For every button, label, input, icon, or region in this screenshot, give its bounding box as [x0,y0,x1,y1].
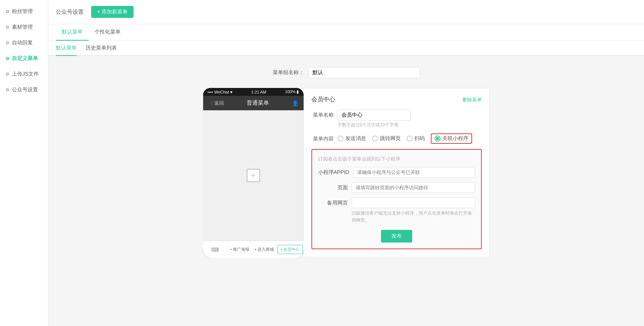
main-content: 公众号设置 + 添加新菜单 默认菜单 个性化菜单 默认菜单 历史菜单列表 菜单组… [48,0,644,326]
phone-mockup: •••• WeChat ♥ 1:21 AM 100% ▮ 〈 返回 普通菜单 👤… [203,88,304,258]
sidebar-item-upload-js[interactable]: 上传JS文件 [0,66,48,82]
dot-icon [6,26,9,29]
sidebar: 粉丝管理 素材管理 自动回复 自定义菜单 上传JS文件 公众号设置 [0,0,48,326]
phone-nav-title: 普通菜单 [247,99,269,107]
phone-menu-member-label: • 会员中心 [281,247,299,251]
radio-circle-scan [407,136,413,142]
phone-menu-shop-label: • 进入商城 [255,247,274,251]
phone-menu-keyboard[interactable]: ⌨ [203,245,228,254]
topbar: 公众号设置 + 添加新菜单 [48,0,644,24]
sidebar-item-material[interactable]: 素材管理 [0,19,48,35]
right-panel-header: 会员中心 删除菜单 [311,96,482,104]
status-bar-right: 100% ▮ [285,89,299,94]
right-panel: 会员中心 删除菜单 菜单名称 字数不超过5个汉字或10个字母 菜单内容 [304,88,490,257]
tab-default-menu[interactable]: 默认菜单 [56,24,89,41]
sidebar-item-account-settings[interactable]: 公众号设置 [0,82,48,98]
phone-nav-back: 〈 返回 [208,100,224,107]
status-bar-left: •••• WeChat ♥ [208,90,233,94]
radio-circle-jump [372,136,378,142]
radio-send-message[interactable]: 发送消息 [337,135,366,142]
sub-tab-history[interactable]: 历史菜单列表 [86,41,117,56]
radio-link-miniapp[interactable]: 关联小程序 [431,133,472,144]
backup-hint: 旧版微信客户端无法支持小程序，用户点击菜单时将会打开备用网页。 [352,210,475,224]
menu-content-radio-group: 发送消息 跳转网页 扫码 [337,133,472,144]
menu-name-field-input[interactable] [337,110,411,121]
page-field-row: 页面 [318,182,475,193]
backup-field-row: 备用网页 旧版微信客户端无法支持小程序，用户点击菜单时将会打开备用网页。 [318,197,475,224]
page-label: 页面 [318,184,348,191]
status-bar-time: 1:21 AM [251,90,266,94]
phone-menu-promote[interactable]: • 推广海报 [228,245,252,254]
sidebar-item-auto-reply[interactable]: 自动回复 [0,35,48,51]
backup-label: 备用网页 [318,197,348,206]
mini-app-hint: 订阅者点击该子菜单会跳到以下小程序 [318,156,475,162]
radio-dot-miniapp [436,137,439,140]
phone-menu-shop[interactable]: • 进入商城 [252,245,277,254]
radio-scan[interactable]: 扫码 [407,135,425,142]
tabs-row: 默认菜单 个性化菜单 [48,24,644,41]
phone-add-button[interactable]: + [247,169,260,182]
menu-name-field-label: 菜单名称 [311,110,334,118]
radio-circle-send [337,136,343,142]
radio-jump-webpage[interactable]: 跳转网页 [372,135,401,142]
right-panel-title: 会员中心 [311,96,335,104]
dot-icon [6,88,9,91]
menu-name-row: 菜单组名称： [56,63,637,82]
menu-name-input[interactable] [308,67,420,78]
sub-tabs-row: 默认菜单 历史菜单列表 [48,41,644,56]
radio-circle-miniapp [435,136,440,142]
phone-body: + [203,110,304,241]
radio-label-send: 发送消息 [345,135,366,142]
tab-personalized-menu[interactable]: 个性化菜单 [89,24,126,41]
plus-icon: + [251,171,256,180]
page-input[interactable] [352,182,475,193]
dot-icon [6,10,9,13]
content-area: 菜单组名称： •••• WeChat ♥ 1:21 AM 100% ▮ 〈 返回… [48,56,644,265]
topbar-title: 公众号设置 [56,9,84,16]
main-panel: •••• WeChat ♥ 1:21 AM 100% ▮ 〈 返回 普通菜单 👤… [56,88,637,258]
radio-label-scan: 扫码 [414,135,425,142]
appid-label: 小程序APPID [318,169,349,176]
menu-name-field-row: 菜单名称 字数不超过5个汉字或10个字母 [311,110,482,128]
sub-tab-default[interactable]: 默认菜单 [56,41,77,56]
sidebar-item-custom-menu[interactable]: 自定义菜单 [0,51,48,66]
menu-name-label: 菜单组名称： [273,69,304,76]
mini-app-section: 订阅者点击该子菜单会跳到以下小程序 小程序APPID 页面 备用网页 旧版微 [311,149,482,249]
dot-icon [6,41,9,44]
dot-icon-active [6,57,9,60]
phone-menu-promote-label: • 推广海报 [230,247,249,251]
menu-name-hint: 字数不超过5个汉字或10个字母 [337,122,482,128]
appid-input[interactable] [353,167,475,178]
appid-field-row: 小程序APPID [318,167,475,178]
radio-label-miniapp: 关联小程序 [442,135,468,142]
phone-nav: 〈 返回 普通菜单 👤 [203,96,304,110]
dot-icon [6,73,9,76]
menu-content-label: 菜单内容 [311,133,334,142]
phone-menu-member[interactable]: • 会员中心 [278,245,302,254]
radio-label-jump: 跳转网页 [380,135,401,142]
add-menu-button[interactable]: + 添加新菜单 [91,6,134,18]
sidebar-item-fans[interactable]: 粉丝管理 [0,4,48,19]
backup-input[interactable] [352,197,475,208]
menu-content-field-row: 菜单内容 发送消息 跳转网页 扫码 [311,133,482,144]
delete-menu-link[interactable]: 删除菜单 [462,96,482,103]
phone-avatar-icon: 👤 [292,100,298,106]
publish-button[interactable]: 发布 [381,230,412,243]
keyboard-icon: ⌨ [211,247,219,253]
phone-bottom-bar: ⌨ • 推广海报 • 进入商城 • 会员中心 [203,241,304,258]
phone-status-bar: •••• WeChat ♥ 1:21 AM 100% ▮ [203,88,304,96]
